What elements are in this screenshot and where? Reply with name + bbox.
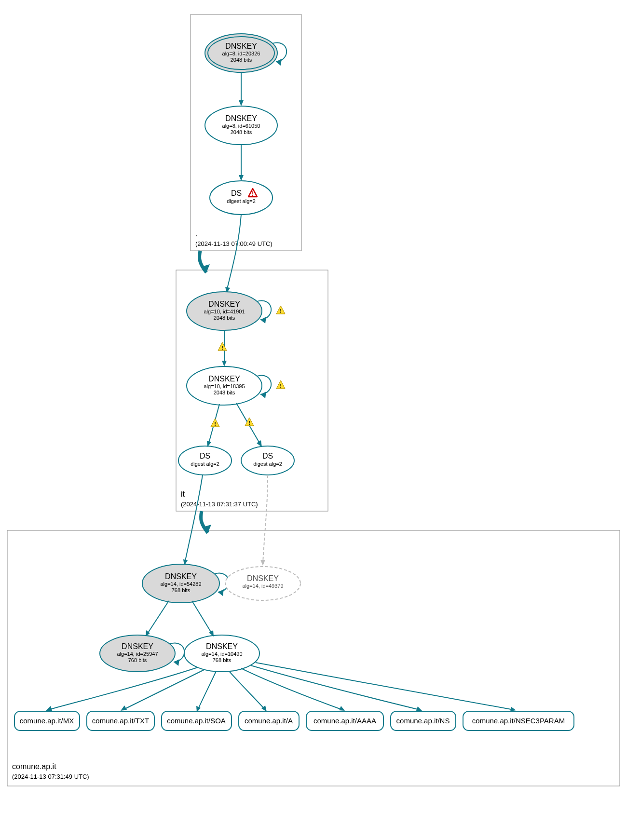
node-it-ds1: DS digest alg=2 — [178, 446, 232, 475]
node-root-ksk: DNSKEY alg=8, id=20326 2048 bits — [205, 34, 286, 72]
svg-marker-84 — [46, 706, 52, 711]
svg-text:DS: DS — [262, 452, 273, 460]
svg-text:comune.ap.it/NSEC3PARAM: comune.ap.it/NSEC3PARAM — [472, 717, 565, 725]
warning-icon: ! — [276, 306, 285, 314]
svg-marker-7 — [276, 59, 282, 66]
zone-root-name: . — [195, 230, 197, 238]
svg-text:DNSKEY: DNSKEY — [225, 114, 257, 122]
svg-marker-89 — [416, 706, 422, 711]
svg-point-37 — [178, 446, 232, 475]
svg-text:DS: DS — [231, 189, 242, 197]
svg-text:2048 bits: 2048 bits — [214, 390, 235, 395]
node-root-ds: DS digest alg=2 ! — [210, 181, 273, 215]
zone-comune-ts: (2024-11-13 07:31:49 UTC) — [12, 773, 89, 780]
svg-text:digest alg=2: digest alg=2 — [191, 461, 219, 467]
svg-text:alg=8, id=61050: alg=8, id=61050 — [222, 123, 260, 129]
svg-text:!: ! — [280, 308, 282, 314]
leaf-aaaa: comune.ap.it/AAAA — [306, 711, 383, 731]
svg-text:comune.ap.it/AAAA: comune.ap.it/AAAA — [314, 717, 376, 725]
svg-marker-88 — [339, 706, 345, 711]
svg-text:768 bits: 768 bits — [128, 657, 147, 663]
leaf-mx: comune.ap.it/MX — [14, 711, 80, 731]
svg-text:!: ! — [214, 421, 216, 427]
svg-marker-18 — [239, 175, 244, 181]
svg-text:2048 bits: 2048 bits — [214, 315, 235, 321]
svg-text:alg=14, id=25947: alg=14, id=25947 — [117, 651, 158, 657]
svg-point-40 — [241, 446, 294, 475]
svg-marker-17 — [239, 100, 244, 106]
warning-icon: ! — [211, 419, 219, 427]
node-root-zsk: DNSKEY alg=8, id=61050 2048 bits — [205, 106, 277, 145]
svg-marker-63 — [174, 659, 179, 666]
svg-text:comune.ap.it/SOA: comune.ap.it/SOA — [167, 717, 226, 725]
node-it-ds2: DS digest alg=2 — [241, 446, 294, 475]
svg-text:768 bits: 768 bits — [213, 657, 232, 663]
node-com-ksk: DNSKEY alg=14, id=54289 768 bits — [142, 564, 229, 603]
svg-text:DNSKEY: DNSKEY — [247, 574, 279, 583]
svg-text:comune.ap.it/MX: comune.ap.it/MX — [20, 717, 74, 725]
svg-text:comune.ap.it/A: comune.ap.it/A — [245, 717, 293, 725]
leaf-soa: comune.ap.it/SOA — [162, 711, 232, 731]
svg-marker-24 — [260, 317, 266, 324]
svg-marker-90 — [510, 707, 516, 711]
svg-marker-31 — [260, 392, 266, 398]
svg-text:!: ! — [221, 345, 223, 351]
svg-text:DNSKEY: DNSKEY — [165, 572, 197, 581]
svg-point-12 — [210, 181, 273, 215]
edge-root-ds-it-ksk — [227, 215, 241, 291]
svg-text:2048 bits: 2048 bits — [231, 57, 252, 63]
svg-text:DNSKEY: DNSKEY — [122, 642, 153, 650]
svg-text:DNSKEY: DNSKEY — [208, 300, 240, 308]
svg-text:DS: DS — [200, 452, 210, 460]
svg-marker-34 — [222, 361, 227, 366]
node-com-ghost: DNSKEY alg=14, id=49379 — [225, 567, 300, 600]
svg-text:!: ! — [252, 190, 254, 197]
leaf-a: comune.ap.it/A — [239, 711, 299, 731]
svg-text:alg=14, id=10490: alg=14, id=10490 — [201, 651, 242, 657]
svg-text:comune.ap.it/TXT: comune.ap.it/TXT — [92, 717, 149, 725]
svg-marker-55 — [218, 589, 224, 596]
zone-comune-box — [7, 530, 620, 786]
node-it-zsk: DNSKEY alg=10, id=18395 2048 bits ! — [187, 366, 285, 405]
leaf-txt: comune.ap.it/TXT — [87, 711, 154, 731]
svg-text:alg=14, id=49379: alg=14, id=49379 — [242, 583, 283, 589]
svg-text:comune.ap.it/NS: comune.ap.it/NS — [396, 717, 450, 725]
svg-marker-50 — [260, 560, 265, 566]
warning-icon: ! — [218, 342, 227, 351]
zone-comune-name: comune.ap.it — [12, 762, 56, 771]
svg-text:!: ! — [280, 383, 282, 389]
leaf-ns: comune.ap.it/NS — [391, 711, 456, 731]
warning-icon: ! — [276, 380, 285, 389]
edge-com-ksk-zsk1 — [192, 601, 212, 634]
svg-text:DNSKEY: DNSKEY — [225, 42, 257, 50]
zone-root-ts: (2024-11-13 07:00:49 UTC) — [195, 240, 273, 247]
dnssec-graph: . (2024-11-13 07:00:49 UTC) it (2024-11-… — [0, 0, 627, 840]
svg-text:DNSKEY: DNSKEY — [206, 642, 238, 650]
edge-it-ds2-com-ghost — [263, 475, 268, 563]
zone-it-name: it — [181, 490, 185, 498]
svg-text:alg=10, id=41901: alg=10, id=41901 — [204, 309, 245, 314]
leaf-nsec: comune.ap.it/NSEC3PARAM — [463, 711, 574, 731]
edge-com-ksk-zsk2 — [147, 601, 169, 634]
node-com-zsk2: DNSKEY alg=14, id=25947 768 bits — [100, 635, 184, 672]
svg-text:!: ! — [248, 420, 250, 426]
node-it-ksk: DNSKEY alg=10, id=41901 2048 bits ! — [187, 292, 285, 330]
zone-it-ts: (2024-11-13 07:31:37 UTC) — [181, 501, 258, 508]
svg-text:alg=8, id=20326: alg=8, id=20326 — [222, 51, 260, 56]
warning-icon: ! — [245, 418, 254, 426]
svg-marker-85 — [121, 705, 127, 711]
svg-text:768 bits: 768 bits — [172, 587, 191, 593]
svg-text:digest alg=2: digest alg=2 — [227, 198, 256, 204]
svg-marker-46 — [257, 440, 262, 447]
svg-text:2048 bits: 2048 bits — [231, 129, 252, 135]
svg-text:DNSKEY: DNSKEY — [208, 375, 240, 383]
svg-text:alg=10, id=18395: alg=10, id=18395 — [204, 383, 245, 389]
svg-text:digest alg=2: digest alg=2 — [253, 461, 282, 467]
svg-text:alg=14, id=54289: alg=14, id=54289 — [160, 581, 201, 587]
node-com-zsk1: DNSKEY alg=14, id=10490 768 bits — [184, 635, 259, 672]
